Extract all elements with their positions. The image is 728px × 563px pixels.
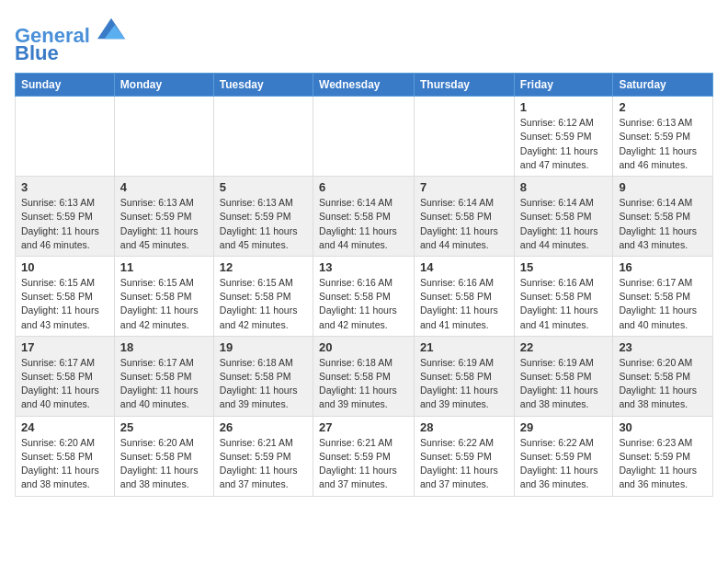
day-cell bbox=[213, 97, 313, 177]
day-cell: 2Sunrise: 6:13 AM Sunset: 5:59 PM Daylig… bbox=[613, 97, 713, 177]
day-number: 10 bbox=[21, 260, 108, 274]
day-number: 13 bbox=[319, 260, 408, 274]
day-info: Sunrise: 6:19 AM Sunset: 5:58 PM Dayligh… bbox=[420, 356, 508, 412]
day-info: Sunrise: 6:21 AM Sunset: 5:59 PM Dayligh… bbox=[319, 436, 408, 492]
day-number: 16 bbox=[619, 260, 707, 274]
day-cell: 19Sunrise: 6:18 AM Sunset: 5:58 PM Dayli… bbox=[213, 336, 313, 416]
column-header-friday: Friday bbox=[514, 74, 613, 97]
day-cell: 20Sunrise: 6:18 AM Sunset: 5:58 PM Dayli… bbox=[313, 336, 415, 416]
day-cell: 23Sunrise: 6:20 AM Sunset: 5:58 PM Dayli… bbox=[613, 336, 713, 416]
day-cell: 13Sunrise: 6:16 AM Sunset: 5:58 PM Dayli… bbox=[313, 256, 415, 336]
column-header-tuesday: Tuesday bbox=[213, 74, 313, 97]
day-cell: 11Sunrise: 6:15 AM Sunset: 5:58 PM Dayli… bbox=[114, 256, 213, 336]
day-info: Sunrise: 6:21 AM Sunset: 5:59 PM Dayligh… bbox=[220, 436, 307, 492]
day-number: 21 bbox=[420, 340, 508, 354]
day-info: Sunrise: 6:16 AM Sunset: 5:58 PM Dayligh… bbox=[520, 276, 608, 332]
day-number: 30 bbox=[619, 420, 707, 434]
day-number: 6 bbox=[319, 180, 408, 194]
day-info: Sunrise: 6:20 AM Sunset: 5:58 PM Dayligh… bbox=[120, 436, 208, 492]
day-number: 22 bbox=[520, 340, 608, 354]
day-number: 2 bbox=[619, 100, 707, 114]
day-info: Sunrise: 6:14 AM Sunset: 5:58 PM Dayligh… bbox=[619, 196, 707, 252]
day-cell: 15Sunrise: 6:16 AM Sunset: 5:58 PM Dayli… bbox=[514, 256, 613, 336]
day-info: Sunrise: 6:12 AM Sunset: 5:59 PM Dayligh… bbox=[520, 116, 608, 172]
day-info: Sunrise: 6:13 AM Sunset: 5:59 PM Dayligh… bbox=[619, 116, 707, 172]
day-number: 18 bbox=[120, 340, 208, 354]
day-cell: 22Sunrise: 6:19 AM Sunset: 5:58 PM Dayli… bbox=[514, 336, 613, 416]
day-info: Sunrise: 6:15 AM Sunset: 5:58 PM Dayligh… bbox=[220, 276, 307, 332]
day-cell: 12Sunrise: 6:15 AM Sunset: 5:58 PM Dayli… bbox=[213, 256, 313, 336]
day-cell: 25Sunrise: 6:20 AM Sunset: 5:58 PM Dayli… bbox=[114, 416, 213, 496]
day-number: 3 bbox=[21, 180, 108, 194]
day-number: 9 bbox=[619, 180, 707, 194]
day-cell: 30Sunrise: 6:23 AM Sunset: 5:59 PM Dayli… bbox=[613, 416, 713, 496]
day-number: 4 bbox=[120, 180, 208, 194]
day-cell: 5Sunrise: 6:13 AM Sunset: 5:59 PM Daylig… bbox=[213, 177, 313, 257]
day-info: Sunrise: 6:20 AM Sunset: 5:58 PM Dayligh… bbox=[21, 436, 108, 492]
logo-icon bbox=[97, 15, 125, 42]
day-cell: 14Sunrise: 6:16 AM Sunset: 5:58 PM Dayli… bbox=[415, 256, 515, 336]
calendar-body: 1Sunrise: 6:12 AM Sunset: 5:59 PM Daylig… bbox=[16, 97, 713, 496]
week-row-5: 24Sunrise: 6:20 AM Sunset: 5:58 PM Dayli… bbox=[16, 416, 713, 496]
day-info: Sunrise: 6:14 AM Sunset: 5:58 PM Dayligh… bbox=[520, 196, 608, 252]
day-info: Sunrise: 6:14 AM Sunset: 5:58 PM Dayligh… bbox=[319, 196, 408, 252]
day-number: 26 bbox=[220, 420, 307, 434]
day-number: 25 bbox=[120, 420, 208, 434]
day-info: Sunrise: 6:14 AM Sunset: 5:58 PM Dayligh… bbox=[420, 196, 508, 252]
day-info: Sunrise: 6:13 AM Sunset: 5:59 PM Dayligh… bbox=[220, 196, 307, 252]
day-number: 20 bbox=[319, 340, 408, 354]
day-number: 15 bbox=[520, 260, 608, 274]
day-cell: 18Sunrise: 6:17 AM Sunset: 5:58 PM Dayli… bbox=[114, 336, 213, 416]
column-header-sunday: Sunday bbox=[16, 74, 115, 97]
day-number: 23 bbox=[619, 340, 707, 354]
calendar-header-row: SundayMondayTuesdayWednesdayThursdayFrid… bbox=[16, 74, 713, 97]
day-number: 28 bbox=[420, 420, 508, 434]
day-info: Sunrise: 6:18 AM Sunset: 5:58 PM Dayligh… bbox=[319, 356, 408, 412]
column-header-saturday: Saturday bbox=[613, 74, 713, 97]
day-cell: 8Sunrise: 6:14 AM Sunset: 5:58 PM Daylig… bbox=[514, 177, 613, 257]
day-number: 5 bbox=[220, 180, 307, 194]
week-row-3: 10Sunrise: 6:15 AM Sunset: 5:58 PM Dayli… bbox=[16, 256, 713, 336]
day-info: Sunrise: 6:19 AM Sunset: 5:58 PM Dayligh… bbox=[520, 356, 608, 412]
day-info: Sunrise: 6:22 AM Sunset: 5:59 PM Dayligh… bbox=[520, 436, 608, 492]
day-cell: 27Sunrise: 6:21 AM Sunset: 5:59 PM Dayli… bbox=[313, 416, 415, 496]
day-cell: 21Sunrise: 6:19 AM Sunset: 5:58 PM Dayli… bbox=[415, 336, 515, 416]
day-cell bbox=[114, 97, 213, 177]
day-number: 7 bbox=[420, 180, 508, 194]
day-cell bbox=[415, 97, 515, 177]
day-number: 14 bbox=[420, 260, 508, 274]
day-number: 12 bbox=[220, 260, 307, 274]
day-number: 1 bbox=[520, 100, 608, 114]
column-header-thursday: Thursday bbox=[415, 74, 515, 97]
day-info: Sunrise: 6:15 AM Sunset: 5:58 PM Dayligh… bbox=[120, 276, 208, 332]
day-info: Sunrise: 6:20 AM Sunset: 5:58 PM Dayligh… bbox=[619, 356, 707, 412]
day-cell: 4Sunrise: 6:13 AM Sunset: 5:59 PM Daylig… bbox=[114, 177, 213, 257]
page-header: General Blue bbox=[15, 15, 713, 65]
day-cell: 28Sunrise: 6:22 AM Sunset: 5:59 PM Dayli… bbox=[415, 416, 515, 496]
day-number: 8 bbox=[520, 180, 608, 194]
day-info: Sunrise: 6:15 AM Sunset: 5:58 PM Dayligh… bbox=[21, 276, 108, 332]
day-number: 24 bbox=[21, 420, 108, 434]
day-cell: 17Sunrise: 6:17 AM Sunset: 5:58 PM Dayli… bbox=[16, 336, 115, 416]
week-row-2: 3Sunrise: 6:13 AM Sunset: 5:59 PM Daylig… bbox=[16, 177, 713, 257]
day-cell bbox=[16, 97, 115, 177]
day-info: Sunrise: 6:23 AM Sunset: 5:59 PM Dayligh… bbox=[619, 436, 707, 492]
day-cell: 24Sunrise: 6:20 AM Sunset: 5:58 PM Dayli… bbox=[16, 416, 115, 496]
day-cell: 26Sunrise: 6:21 AM Sunset: 5:59 PM Dayli… bbox=[213, 416, 313, 496]
day-cell: 1Sunrise: 6:12 AM Sunset: 5:59 PM Daylig… bbox=[514, 97, 613, 177]
day-info: Sunrise: 6:17 AM Sunset: 5:58 PM Dayligh… bbox=[21, 356, 108, 412]
column-header-monday: Monday bbox=[114, 74, 213, 97]
day-info: Sunrise: 6:22 AM Sunset: 5:59 PM Dayligh… bbox=[420, 436, 508, 492]
day-number: 17 bbox=[21, 340, 108, 354]
logo: General Blue bbox=[15, 15, 125, 65]
calendar-table: SundayMondayTuesdayWednesdayThursdayFrid… bbox=[15, 73, 713, 496]
day-info: Sunrise: 6:16 AM Sunset: 5:58 PM Dayligh… bbox=[319, 276, 408, 332]
day-cell: 7Sunrise: 6:14 AM Sunset: 5:58 PM Daylig… bbox=[415, 177, 515, 257]
day-cell: 6Sunrise: 6:14 AM Sunset: 5:58 PM Daylig… bbox=[313, 177, 415, 257]
day-cell: 29Sunrise: 6:22 AM Sunset: 5:59 PM Dayli… bbox=[514, 416, 613, 496]
week-row-1: 1Sunrise: 6:12 AM Sunset: 5:59 PM Daylig… bbox=[16, 97, 713, 177]
day-cell: 3Sunrise: 6:13 AM Sunset: 5:59 PM Daylig… bbox=[16, 177, 115, 257]
day-cell: 9Sunrise: 6:14 AM Sunset: 5:58 PM Daylig… bbox=[613, 177, 713, 257]
day-cell: 10Sunrise: 6:15 AM Sunset: 5:58 PM Dayli… bbox=[16, 256, 115, 336]
day-number: 29 bbox=[520, 420, 608, 434]
